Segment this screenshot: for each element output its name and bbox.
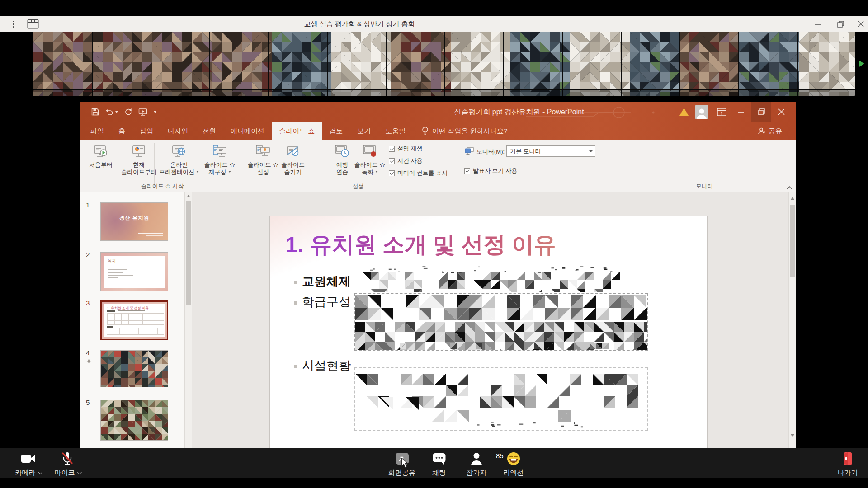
panel-scrollbar-thumb[interactable]	[186, 201, 191, 305]
monitor-select[interactable]: 기본 모니터	[506, 145, 595, 157]
pixelated-videos-canvas	[33, 32, 855, 96]
slide-bullet-3: 시설현황	[302, 357, 351, 374]
scroll-up-icon[interactable]	[791, 197, 794, 200]
scroll-down-icon[interactable]	[791, 434, 794, 437]
use-presenter-view-checkbox[interactable]: 발표자 보기 사용	[464, 167, 517, 175]
tab-slideshow[interactable]: 슬라이드 쇼	[272, 122, 322, 140]
strip-next-arrow-icon[interactable]	[859, 60, 864, 67]
slide-number-selected: 3	[86, 299, 95, 307]
show-media-controls-checkbox[interactable]: 미디어 컨트롤 표시	[389, 169, 448, 177]
present-online-button[interactable]: 온라인 프레젠테이션	[158, 142, 200, 175]
tab-file[interactable]: 파일	[83, 122, 111, 140]
tab-animations[interactable]: 애니메이션	[223, 122, 272, 140]
slide-thumbnail-4[interactable]	[100, 350, 168, 387]
pixelated-content-canvas	[355, 294, 647, 350]
censored-text-mosaic	[362, 260, 633, 292]
tab-view[interactable]: 보기	[350, 122, 378, 140]
app-restore-button[interactable]	[833, 17, 848, 31]
redo-icon[interactable]	[124, 108, 132, 116]
chevron-down-icon[interactable]	[38, 470, 42, 474]
pixelated-slide-canvas	[101, 351, 168, 387]
slide-number: 2	[86, 251, 95, 258]
mic-button[interactable]: 마이크	[47, 452, 88, 477]
slide-thumbnail-panel: 1 경산 유치원 2 목차 3	[80, 192, 192, 448]
tab-review[interactable]: 검토	[322, 122, 350, 140]
lightbulb-icon	[422, 127, 429, 136]
reactions-button[interactable]: 리액션	[493, 452, 534, 477]
hide-slide-button[interactable]: 슬라이드 숨기기	[274, 142, 312, 175]
mouse-cursor	[401, 458, 409, 468]
slide-bullet-1: 교원체제	[302, 273, 351, 290]
toolbar-lower-strip	[0, 478, 868, 488]
bullet-square-icon	[294, 365, 297, 368]
ppt-minimize-button[interactable]	[731, 102, 751, 122]
tab-design[interactable]: 디자인	[160, 122, 195, 140]
app-minimize-button[interactable]	[811, 17, 825, 31]
ribbon: 처음부터 현재 슬라이드부터	[80, 140, 796, 192]
record-slideshow-icon	[349, 142, 391, 160]
slide-thumbnail-1[interactable]: 경산 유치원	[100, 202, 168, 241]
from-beginning-icon	[84, 142, 118, 160]
participant-video-strip[interactable]	[33, 32, 855, 96]
ppt-restore-button[interactable]	[751, 102, 771, 122]
participants-icon: 85	[470, 452, 483, 465]
leave-button[interactable]: 나가기	[827, 452, 868, 477]
leave-door-icon	[842, 452, 854, 465]
tab-insert[interactable]: 삽입	[132, 122, 160, 140]
from-beginning-button[interactable]: 처음부터	[84, 142, 118, 169]
current-slide[interactable]: 1. 유치원 소개 및 선정 이유 교원체제 학급구성 시설현황	[269, 216, 708, 448]
use-timings-checkbox[interactable]: 시간 사용	[389, 157, 423, 165]
chat-button[interactable]: 채팅	[419, 452, 459, 477]
ppt-body: 1 경산 유치원 2 목차 3	[80, 192, 796, 448]
panel-scrollbar[interactable]	[184, 192, 192, 448]
dropdown-arrow-icon	[375, 171, 378, 173]
slide-bullet-2: 학급구성	[302, 294, 351, 310]
ribbon-display-options-icon[interactable]	[712, 102, 731, 122]
select-arrow-icon[interactable]	[586, 146, 595, 156]
checkbox-checked	[389, 158, 395, 164]
tell-me-box[interactable]: 어떤 작업을 원하시나요?	[422, 122, 508, 140]
scroll-up-icon[interactable]	[187, 195, 190, 197]
censored-content-region	[354, 367, 648, 431]
from-current-slide-button[interactable]: 현재 슬라이드부터	[118, 142, 159, 175]
play-narrations-checkbox[interactable]: 설명 재생	[389, 145, 423, 153]
editor-scrollbar[interactable]	[788, 192, 796, 448]
group-label-monitor: 모니터	[696, 183, 713, 190]
chat-icon	[432, 452, 446, 465]
slide-thumbnail-5[interactable]	[100, 400, 168, 441]
tab-help[interactable]: 도움말	[378, 122, 413, 140]
monitor-icon	[465, 147, 474, 155]
powerpoint-window: 실습평가회 ppt 경산유치원 - PowerPoint	[80, 102, 796, 448]
screen-share-button[interactable]: 화면공유	[382, 452, 422, 477]
tab-home[interactable]: 홈	[111, 122, 132, 140]
share-person-icon	[758, 127, 766, 135]
bullet-square-icon	[294, 281, 297, 284]
ppt-close-button[interactable]	[771, 102, 791, 122]
custom-slideshow-button[interactable]: 슬라이드 쇼 재구성	[199, 142, 241, 175]
slide-thumbnail-2[interactable]: 목차	[100, 252, 168, 291]
undo-button[interactable]	[105, 108, 118, 115]
warning-icon[interactable]	[676, 102, 692, 122]
custom-slideshow-icon	[199, 142, 241, 160]
start-slideshow-icon[interactable]	[138, 108, 147, 116]
laughing-emoji-icon	[507, 452, 520, 465]
collapse-ribbon-button[interactable]	[785, 184, 794, 191]
monitor-select-value: 기본 모니터	[507, 147, 586, 155]
pixelated-slide-canvas	[101, 400, 168, 441]
tab-transitions[interactable]: 전환	[195, 122, 223, 140]
share-button[interactable]: 공유	[758, 122, 782, 140]
participants-button[interactable]: 85 참가자	[456, 452, 497, 477]
save-icon[interactable]	[91, 108, 99, 116]
editor-scrollbar-thumb[interactable]	[790, 205, 795, 277]
from-current-slide-icon	[118, 142, 159, 160]
app-close-button[interactable]	[854, 17, 868, 31]
slide-number: 5	[86, 399, 95, 406]
chevron-down-icon[interactable]	[77, 470, 81, 474]
record-slideshow-button[interactable]: 슬라이드 쇼 녹화	[349, 142, 391, 175]
user-avatar[interactable]	[695, 105, 708, 119]
slide-thumbnail-3-selected[interactable]: 1. 유치원 소개 및 선정 이유	[100, 300, 168, 340]
camera-button[interactable]: 카메라	[8, 452, 48, 477]
checkbox-checked	[389, 146, 395, 152]
meeting-toolbar: 카메라 마이크	[0, 448, 868, 478]
customize-qat-icon[interactable]	[154, 111, 156, 113]
